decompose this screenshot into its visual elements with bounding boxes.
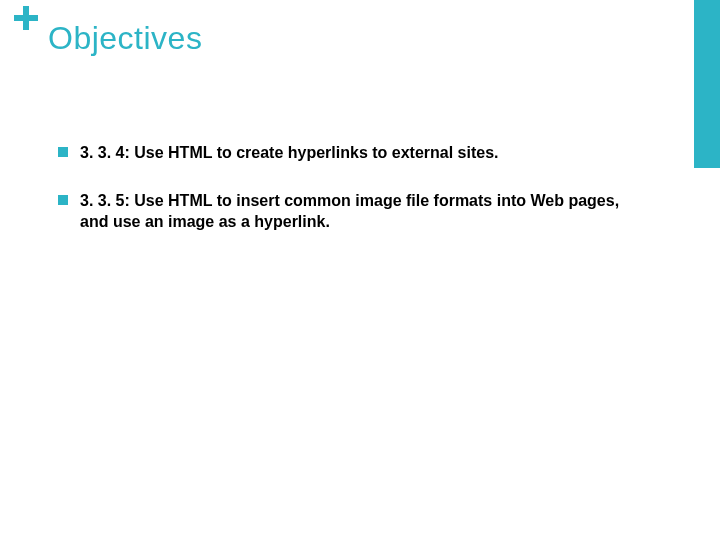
- plus-icon: [14, 6, 38, 30]
- slide-title: Objectives: [48, 20, 202, 57]
- accent-bar: [694, 0, 720, 168]
- list-item: 3. 3. 5: Use HTML to insert common image…: [58, 190, 650, 233]
- slide: Objectives 3. 3. 4: Use HTML to create h…: [0, 0, 720, 540]
- bullet-icon: [58, 147, 68, 157]
- bullet-icon: [58, 195, 68, 205]
- list-item: 3. 3. 4: Use HTML to create hyperlinks t…: [58, 142, 650, 164]
- svg-rect-1: [14, 15, 38, 21]
- list-item-text: 3. 3. 5: Use HTML to insert common image…: [80, 190, 650, 233]
- list-item-text: 3. 3. 4: Use HTML to create hyperlinks t…: [80, 142, 650, 164]
- slide-body: 3. 3. 4: Use HTML to create hyperlinks t…: [58, 142, 650, 259]
